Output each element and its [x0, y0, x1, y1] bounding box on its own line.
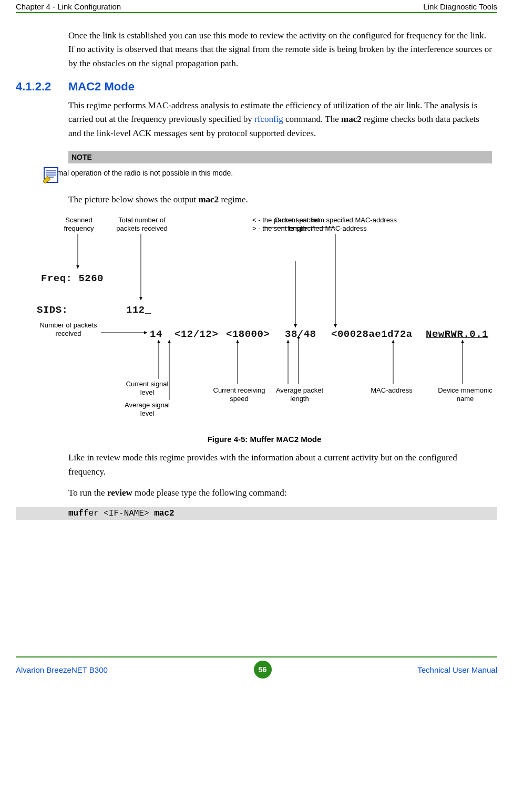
- body-text: To run the: [68, 488, 107, 498]
- note-icon: [42, 166, 61, 184]
- terminal-freq: Freq: 5260: [41, 273, 104, 284]
- body-text: mode please type the following command:: [132, 488, 287, 498]
- terminal-mac: <00028ae1d72a: [331, 328, 413, 340]
- body-paragraph-4: To run the review mode please type the f…: [68, 486, 492, 500]
- terminal-sids: SIDS:: [37, 304, 68, 316]
- body-paragraph-3: Like in review mode this regime provides…: [68, 451, 492, 479]
- body-paragraph-1: This regime performs MAC-address analysi…: [68, 99, 492, 140]
- body-text: The picture below shows the output: [68, 194, 198, 204]
- note-body: Normal operation of the radio is not pos…: [42, 168, 492, 178]
- cmd-mid: fer <IF-NAME>: [84, 509, 154, 518]
- label-current-signal: Current signallevel: [116, 380, 179, 396]
- label-mac-address: MAC-address: [363, 386, 420, 395]
- body-text: regime.: [219, 194, 248, 204]
- cmd-suffix: mac2: [154, 509, 174, 518]
- label-average-signal: Average signallevel: [116, 401, 179, 417]
- review-term: review: [107, 488, 132, 498]
- figure-caption: Figure 4-5: Muffer MAC2 Mode: [37, 435, 492, 444]
- intro-paragraph: Once the link is established you can use…: [68, 29, 492, 70]
- label-device-mnemonic: Device mnemonicname: [431, 386, 499, 403]
- terminal-total: 112_: [126, 304, 151, 316]
- rfconfig-link[interactable]: rfconfig: [254, 114, 283, 124]
- figure-diagram: Scannedfrequency Total number ofpackets …: [37, 216, 510, 431]
- terminal-count: 14: [150, 328, 162, 340]
- section-number: 4.1.2.2: [16, 80, 68, 94]
- label-scanned-frequency: Scannedfrequency: [58, 216, 100, 232]
- mac2-term: mac2: [341, 114, 362, 124]
- cmd-prefix: muf: [68, 509, 84, 518]
- label-current-speed: Current receivingspeed: [205, 386, 273, 403]
- label-avg-pkt-len: Average packetlength: [268, 386, 331, 403]
- header-chapter: Chapter 4 - Link Configuration: [16, 2, 121, 11]
- terminal-signal-ratio: <12/12>: [175, 328, 218, 340]
- label-total-packets: Total number ofpackets received: [110, 216, 173, 232]
- footer-manual: Technical User Manual: [417, 665, 497, 674]
- page-number-badge: 56: [254, 661, 272, 679]
- header-section: Link Diagnostic Tools: [423, 2, 497, 11]
- terminal-pktlen: 38/48: [285, 328, 316, 340]
- header-rule: [16, 12, 497, 13]
- label-num-packets-received: Number of packetsreceived: [37, 321, 100, 337]
- body-text: command. The: [283, 114, 341, 124]
- command-bar: muffer <IF-NAME> mac2: [16, 507, 497, 520]
- terminal-speed: <18000>: [226, 328, 270, 340]
- terminal-device-name: NewRWR.0.1: [426, 328, 488, 340]
- body-paragraph-2: The picture below shows the output mac2 …: [68, 193, 492, 207]
- section-title: MAC2 Mode: [68, 80, 135, 94]
- label-current-packet-length: Current packetlength: [268, 216, 326, 232]
- footer-rule: [16, 656, 497, 657]
- footer-product: Alvarion BreezeNET B300: [16, 665, 108, 674]
- mac2-term: mac2: [198, 194, 219, 204]
- note-heading: NOTE: [68, 151, 492, 163]
